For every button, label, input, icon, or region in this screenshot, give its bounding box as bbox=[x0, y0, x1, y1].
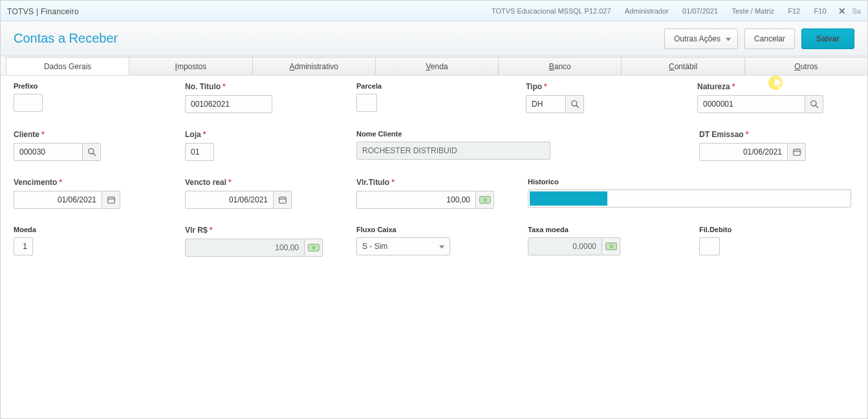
tab-impostos-suffix: mpostos bbox=[177, 62, 206, 71]
money-icon bbox=[605, 242, 617, 250]
cliente-lookup-button[interactable] bbox=[83, 143, 101, 161]
form-area: Prefixo No. Titulo* Parcela Tipo* Nature… bbox=[1, 76, 867, 419]
fil-debito-input[interactable] bbox=[699, 237, 720, 255]
svg-point-4 bbox=[88, 149, 93, 154]
loja-input[interactable] bbox=[185, 143, 214, 161]
prefixo-label: Prefixo bbox=[14, 82, 43, 90]
fluxo-caixa-select[interactable]: S - Sim bbox=[356, 237, 450, 255]
no-titulo-label: No. Titulo* bbox=[185, 82, 272, 91]
field-vlr-rs: Vlr R$* bbox=[185, 226, 324, 257]
parcela-input[interactable] bbox=[356, 94, 377, 112]
app-brand-text: TOTVS bbox=[7, 7, 34, 16]
f10-key[interactable]: F10 bbox=[814, 7, 827, 15]
field-moeda: Moeda bbox=[14, 226, 33, 257]
environment-text: TOTVS Educacional MSSQL P12.027 bbox=[492, 7, 611, 15]
tipo-input[interactable] bbox=[526, 95, 566, 113]
natureza-label: Natureza* bbox=[697, 82, 823, 91]
money-icon bbox=[308, 244, 320, 252]
dt-emissao-input[interactable] bbox=[699, 143, 788, 161]
natureza-lookup-button[interactable] bbox=[805, 95, 823, 113]
vlr-titulo-label: Vlr.Titulo* bbox=[356, 178, 495, 187]
app-divider: | bbox=[34, 7, 41, 16]
cancel-button[interactable]: Cancelar bbox=[744, 28, 795, 49]
date-text: 01/07/2021 bbox=[682, 7, 718, 15]
subheader: Contas a Receber Outras Ações Cancelar S… bbox=[1, 21, 867, 56]
tabs-row: Dados Gerais Impostos Administrativo Ven… bbox=[1, 56, 867, 76]
vlr-titulo-calc-button[interactable] bbox=[476, 191, 494, 209]
tab-venda[interactable]: Venda bbox=[375, 57, 499, 75]
field-vlr-titulo: Vlr.Titulo* bbox=[356, 178, 495, 209]
save-button[interactable]: Salvar bbox=[801, 28, 854, 49]
tab-admin-suffix: dministrativo bbox=[295, 62, 338, 71]
field-vencimento: Vencimento* bbox=[14, 178, 120, 209]
field-prefixo: Prefixo bbox=[14, 82, 43, 113]
field-loja: Loja* bbox=[185, 130, 214, 161]
cancel-label: Cancelar bbox=[754, 34, 785, 43]
historico-label: Historico bbox=[528, 178, 851, 186]
vencto-real-label: Vencto real* bbox=[185, 178, 292, 187]
svg-rect-8 bbox=[107, 197, 114, 203]
field-fluxo-caixa: Fluxo Caixa S - Sim bbox=[356, 226, 450, 257]
vencto-real-calendar-button[interactable] bbox=[274, 191, 292, 209]
app-brand: TOTVS | Financeiro bbox=[7, 5, 79, 17]
tab-contabil-suffix: ontábil bbox=[675, 62, 697, 71]
tab-outros-suffix: utros bbox=[801, 62, 818, 71]
parcela-label: Parcela bbox=[356, 82, 377, 90]
moeda-label: Moeda bbox=[14, 226, 33, 233]
money-icon bbox=[479, 196, 491, 204]
titlebar: TOTVS | Financeiro TOTVS Educacional MSS… bbox=[1, 1, 867, 21]
natureza-input[interactable] bbox=[697, 95, 805, 113]
tab-banco-prefix: B bbox=[549, 62, 554, 71]
tipo-lookup-button[interactable] bbox=[566, 95, 584, 113]
search-icon bbox=[810, 100, 819, 109]
vencimento-calendar-button[interactable] bbox=[102, 191, 120, 209]
titlebar-meta: TOTVS Educacional MSSQL P12.027 Administ… bbox=[480, 6, 827, 16]
tab-administrativo[interactable]: Administrativo bbox=[252, 57, 376, 75]
svg-point-17 bbox=[609, 244, 613, 248]
vlr-titulo-input[interactable] bbox=[356, 191, 476, 209]
nome-cliente-input bbox=[356, 142, 550, 160]
cliente-input[interactable] bbox=[14, 143, 83, 161]
save-label: Salvar bbox=[816, 34, 840, 43]
dt-emissao-label: DT Emissao* bbox=[699, 130, 806, 139]
field-fil-debito: Fil.Debito bbox=[699, 226, 720, 257]
historico-input[interactable] bbox=[528, 189, 851, 208]
tab-contabil[interactable]: Contábil bbox=[621, 57, 744, 75]
calendar-icon bbox=[792, 147, 801, 156]
vencimento-input[interactable] bbox=[14, 191, 102, 209]
taxa-moeda-calc-button[interactable] bbox=[602, 237, 620, 255]
tab-outros[interactable]: Outros bbox=[744, 57, 868, 75]
fluxo-caixa-label: Fluxo Caixa bbox=[356, 226, 450, 233]
tab-dados-gerais-label: Dados Gerais bbox=[44, 62, 91, 71]
field-tipo: Tipo* bbox=[526, 82, 584, 113]
prefixo-input[interactable] bbox=[14, 94, 43, 112]
field-no-titulo: No. Titulo* bbox=[185, 82, 272, 113]
vlr-rs-calc-button[interactable] bbox=[305, 239, 323, 257]
search-icon bbox=[570, 100, 580, 109]
vencimento-label: Vencimento* bbox=[14, 178, 120, 187]
page-title: Contas a Receber bbox=[14, 31, 118, 46]
other-actions-label: Outras Ações bbox=[674, 34, 721, 43]
nome-cliente-label: Nome Cliente bbox=[356, 130, 550, 138]
svg-line-3 bbox=[815, 105, 818, 108]
exit-partial-text: Sa bbox=[852, 7, 861, 15]
close-icon[interactable]: ✕ bbox=[838, 6, 846, 16]
tab-dados-gerais[interactable]: Dados Gerais bbox=[6, 57, 129, 75]
dt-emissao-calendar-button[interactable] bbox=[788, 143, 806, 161]
tab-outros-prefix: O bbox=[794, 62, 800, 71]
field-nome-cliente: Nome Cliente bbox=[356, 130, 550, 161]
field-natureza: Natureza* bbox=[697, 82, 823, 113]
vencto-real-input[interactable] bbox=[185, 191, 274, 209]
tab-impostos[interactable]: Impostos bbox=[129, 57, 252, 75]
other-actions-button[interactable]: Outras Ações bbox=[664, 28, 738, 49]
field-taxa-moeda: Taxa moeda bbox=[528, 226, 622, 257]
app-module: Financeiro bbox=[41, 7, 79, 16]
svg-rect-6 bbox=[793, 149, 800, 155]
moeda-input[interactable] bbox=[14, 237, 33, 255]
f12-key[interactable]: F12 bbox=[788, 7, 800, 15]
no-titulo-input[interactable] bbox=[185, 95, 272, 113]
svg-rect-10 bbox=[279, 197, 286, 203]
tab-banco-suffix: anco bbox=[554, 62, 571, 71]
tab-banco[interactable]: Banco bbox=[498, 57, 622, 75]
svg-point-13 bbox=[483, 198, 487, 202]
